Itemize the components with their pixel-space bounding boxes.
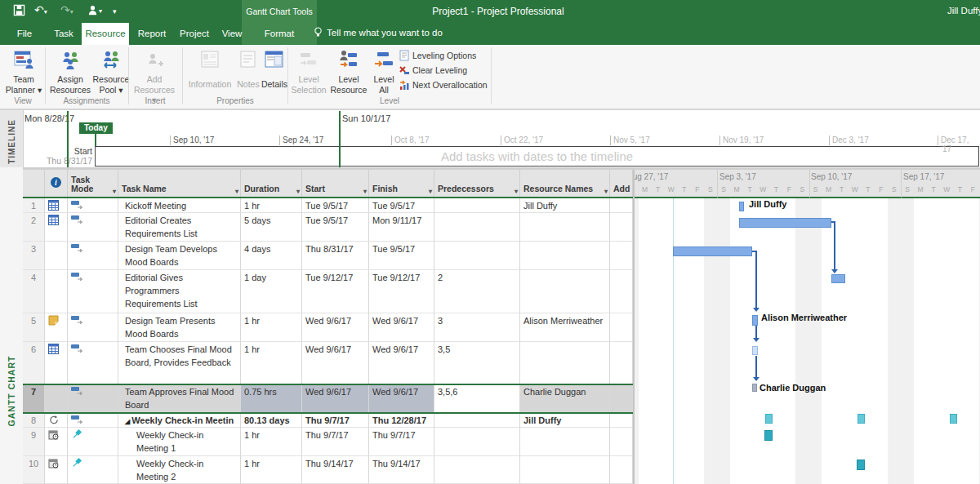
gantt-bar-row8[interactable] [858,414,865,424]
cell-start-row9[interactable]: Thu 9/7/17 [302,428,369,456]
cell-mode-row3[interactable] [68,242,118,270]
cell-name-row6[interactable]: Team Chooses Final Mood Board, Provides … [118,342,241,384]
cell-pred-row2[interactable] [434,213,520,242]
cell-num-row3[interactable]: 3 [23,242,45,270]
account-name[interactable]: Jill Duffy [947,6,980,16]
cell-num-row10[interactable]: 10 [23,456,45,484]
resource-pool-button[interactable]: Resource Pool ▾ [92,47,130,95]
cell-mode-row8[interactable] [68,413,118,428]
cell-add-row4[interactable] [610,270,633,313]
cell-res-row7[interactable]: Charlie Duggan [520,384,610,413]
cell-num-row5[interactable]: 5 [23,313,45,342]
filter-arrow-icon[interactable]: ▾ [363,188,367,195]
gantt-bar-row5[interactable] [752,315,758,326]
cell-finish-row5[interactable]: Wed 9/6/17 [369,313,434,342]
filter-arrow-icon[interactable]: ▾ [113,188,116,195]
cell-finish-row1[interactable]: Tue 9/5/17 [369,198,434,213]
cell-name-row2[interactable]: Editorial Creates Requirements List [118,213,241,242]
gantt-bar-row6[interactable] [752,346,758,355]
cell-start-row4[interactable]: Tue 9/12/17 [302,270,369,313]
cell-num-row7[interactable]: 7 [23,384,45,413]
cell-res-row9[interactable] [520,428,610,456]
gantt-bar-row4[interactable] [831,274,845,283]
next-overallocation-button[interactable]: Next Overallocation [399,79,488,91]
assign-resources-button[interactable]: Assign Resources [48,47,92,95]
cell-res-row3[interactable] [520,242,610,270]
cell-mode-row5[interactable] [68,313,118,342]
customize-qat-icon[interactable]: ▾ [113,3,117,16]
row-number-header[interactable] [23,170,45,197]
cell-pred-row5[interactable]: 3 [434,313,520,342]
cell-dur-row7[interactable]: 0.75 hrs [241,384,302,413]
cell-dur-row1[interactable]: 1 hr [241,198,302,213]
pane-divider[interactable] [633,170,635,484]
filter-arrow-icon[interactable]: ▾ [235,188,238,195]
cell-pred-row8[interactable] [434,413,520,428]
cell-mode-row2[interactable] [68,213,118,242]
timeline-add-tasks-box[interactable]: Add tasks with dates to the timeline [95,146,979,167]
redo-icon[interactable]: ↷▾ [60,3,74,16]
gantt-bar-row8[interactable] [765,414,773,424]
column-header-finish[interactable]: Finish▾ [369,170,434,197]
details-button[interactable]: Details [260,47,289,95]
gantt-bar-row9[interactable] [764,430,773,441]
person-icon[interactable]: ▾ [87,4,102,19]
tell-me-box[interactable]: Tell me what you want to do [314,27,443,38]
cell-num-row1[interactable]: 1 [23,198,45,213]
cell-info-row7[interactable] [45,384,68,413]
column-header-dur[interactable]: Duration▾ [241,170,302,197]
cell-add-row2[interactable] [610,213,633,242]
cell-num-row8[interactable]: 8 [23,413,45,428]
gantt-bar-row3[interactable] [673,246,752,256]
cell-add-row7[interactable] [610,384,633,413]
cell-name-row1[interactable]: Kickoff Meeting [118,198,241,213]
cell-dur-row3[interactable]: 4 days [241,242,302,270]
cell-mode-row9[interactable] [68,428,118,456]
cell-res-row10[interactable] [520,456,610,484]
cell-add-row5[interactable] [610,313,633,342]
cell-add-row1[interactable] [610,198,633,213]
cell-res-row5[interactable]: Alison Merriweather [520,313,610,342]
cell-start-row2[interactable]: Tue 9/5/17 [302,213,369,242]
cell-start-row1[interactable]: Tue 9/5/17 [302,198,369,213]
cell-pred-row1[interactable] [434,198,520,213]
cell-dur-row5[interactable]: 1 hr [241,313,302,342]
timeline-pane-label[interactable]: TIMELINE [7,109,16,175]
column-header-pred[interactable]: Predecessors▾ [434,170,520,197]
cell-name-row4[interactable]: Editorial Gives Programmers Requirements… [118,270,241,313]
gantt-bar-row2[interactable] [739,218,831,228]
cell-start-row8[interactable]: Thu 9/7/17 [302,413,369,428]
cell-pred-row4[interactable]: 2 [434,270,520,313]
gantt-bar-row1[interactable] [739,202,744,211]
cell-mode-row4[interactable] [68,270,118,313]
column-header-start[interactable]: Start▾ [302,170,369,197]
cell-res-row4[interactable] [520,270,610,313]
cell-name-row8[interactable]: ◢Weekly Check-in Meetin [118,413,241,428]
cell-dur-row2[interactable]: 5 days [241,213,302,242]
filter-arrow-icon[interactable]: ▾ [296,188,300,195]
tab-format[interactable]: Format [256,23,302,45]
gantt-bar-row8[interactable] [950,414,957,424]
cell-pred-row10[interactable] [434,456,520,484]
cell-finish-row10[interactable]: Thu 9/14/17 [369,456,434,484]
cell-info-row1[interactable] [45,198,68,213]
cell-res-row6[interactable] [520,342,610,384]
cell-start-row10[interactable]: Thu 9/14/17 [302,456,369,484]
cell-res-row2[interactable] [520,213,610,242]
tab-resource[interactable]: Resource [82,23,129,45]
info-column-header[interactable]: i [45,170,68,197]
tab-file[interactable]: File [7,23,42,45]
cell-pred-row3[interactable] [434,242,520,270]
cell-name-row5[interactable]: Design Team Presents Mood Boards [118,313,241,342]
tab-task[interactable]: Task [46,23,82,45]
cell-finish-row6[interactable]: Wed 9/6/17 [369,342,434,384]
cell-add-row8[interactable] [610,413,633,428]
cell-finish-row8[interactable]: Thu 12/28/17 [369,413,434,428]
cell-res-row1[interactable]: Jill Duffy [520,198,610,213]
column-header-add[interactable]: Add [610,170,633,197]
cell-finish-row4[interactable]: Tue 9/12/17 [369,270,434,313]
cell-pred-row6[interactable]: 3,5 [434,342,520,384]
cell-info-row3[interactable] [45,242,68,270]
cell-finish-row7[interactable]: Wed 9/6/17 [369,384,434,413]
cell-add-row3[interactable] [610,242,633,270]
